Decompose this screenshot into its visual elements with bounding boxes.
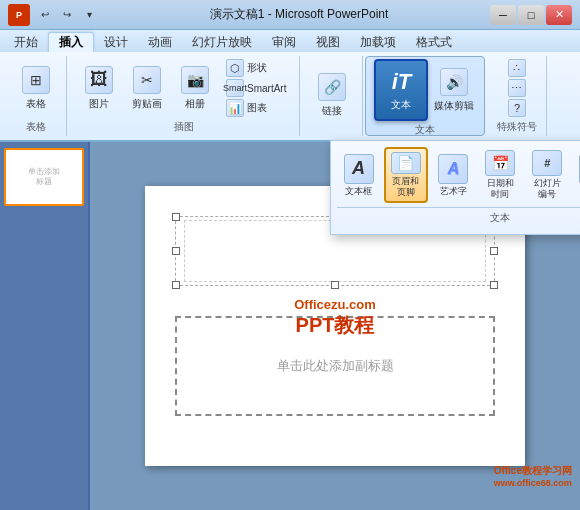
tab-home[interactable]: 开始	[4, 32, 48, 52]
chart-icon: 📊	[226, 99, 244, 117]
picture-icon: 🖼	[85, 66, 113, 94]
bottom-watermark: Office教程学习网 www.office68.com	[494, 464, 572, 488]
group-illustrations: 🖼 图片 ✂ 剪贴画 📷 相册 ⬡ 形状 Smart SmartArt	[69, 56, 300, 136]
symbols-btn-3[interactable]: ?	[503, 99, 531, 117]
bottom-watermark-text: Office教程学习网	[494, 464, 572, 478]
slide-number-icon: #	[532, 150, 562, 176]
text-icon: iT	[392, 69, 412, 95]
group-table-content: ⊞ 表格	[14, 58, 58, 118]
handle-bl	[172, 281, 180, 289]
handle-tl	[172, 213, 180, 221]
group-table-label: 表格	[26, 118, 46, 134]
group-text-content: iT 文本 🔊 媒体剪辑	[374, 59, 476, 121]
album-icon: 📷	[181, 66, 209, 94]
subtitle-placeholder[interactable]: 单击此处添加副标题	[175, 316, 495, 416]
bottom-watermark-url: www.office68.com	[494, 478, 572, 488]
ribbon-tab-bar: 开始 插入 设计 动画 幻灯片放映 审阅 视图 加载项 格式式	[0, 30, 580, 52]
text-dropdown-panel: A 文本框 📄 页眉和页脚 A 艺术字 📅 日期和时间 # 幻灯片编号 Ω 符号	[330, 140, 580, 235]
wordart-icon: A	[438, 154, 468, 184]
title-bar: P ↩ ↪ ▾ 演示文稿1 - Microsoft PowerPoint ─ □…	[0, 0, 580, 30]
undo-button[interactable]: ↩	[36, 6, 54, 24]
textbox-btn[interactable]: A 文本框	[337, 147, 380, 203]
smartart-button[interactable]: Smart SmartArt	[221, 79, 291, 97]
ellipsis-icon: ⋯	[508, 79, 526, 97]
slide-thumb-text: 单击添加标题	[28, 167, 60, 188]
window-title: 演示文稿1 - Microsoft PowerPoint	[108, 6, 490, 23]
header-footer-icon: 📄	[391, 152, 421, 174]
symbol-btn[interactable]: Ω 符号	[573, 147, 580, 203]
dropdown-row: A 文本框 📄 页眉和页脚 A 艺术字 📅 日期和时间 # 幻灯片编号 Ω 符号	[337, 147, 580, 203]
minimize-button[interactable]: ─	[490, 5, 516, 25]
wordart-btn[interactable]: A 艺术字	[432, 147, 475, 203]
slide-number-btn[interactable]: # 幻灯片编号	[526, 147, 569, 203]
symbols-btn-1[interactable]: ∴	[503, 59, 531, 77]
picture-button[interactable]: 🖼 图片	[77, 58, 121, 118]
tab-animation[interactable]: 动画	[138, 32, 182, 52]
table-button[interactable]: ⊞ 表格	[14, 58, 58, 118]
tab-review[interactable]: 审阅	[262, 32, 306, 52]
textbox-icon: A	[344, 154, 374, 184]
group-table: ⊞ 表格 表格	[6, 56, 67, 136]
album-button[interactable]: 📷 相册	[173, 58, 217, 118]
group-symbols-content: ∴ ⋯ ?	[503, 58, 531, 118]
clipart-button[interactable]: ✂ 剪贴画	[125, 58, 169, 118]
symbols-btn-2[interactable]: ⋯	[503, 79, 531, 97]
shapes-button[interactable]: ⬡ 形状	[221, 59, 291, 77]
table-icon: ⊞	[22, 66, 50, 94]
group-link-content: 🔗 链接	[310, 58, 354, 132]
handle-ml	[172, 247, 180, 255]
slide-panel[interactable]: 1 单击添加标题	[0, 142, 90, 510]
group-illustrations-label: 插图	[174, 118, 194, 134]
subtitle-placeholder-text: 单击此处添加副标题	[277, 357, 394, 375]
group-symbols: ∴ ⋯ ? 特殊符号	[487, 56, 547, 136]
smartart-icon: Smart	[226, 79, 244, 97]
group-text-label: 文本	[415, 121, 435, 137]
datetime-btn[interactable]: 📅 日期和时间	[479, 147, 522, 203]
media-clip-icon: 🔊	[440, 68, 468, 96]
slide-thumbnail-1[interactable]: 1 单击添加标题	[4, 148, 84, 206]
link-icon: 🔗	[318, 73, 346, 101]
chart-button[interactable]: 📊 图表	[221, 99, 291, 117]
tab-addins[interactable]: 加载项	[350, 32, 406, 52]
group-symbols-label: 特殊符号	[497, 118, 537, 134]
tab-design[interactable]: 设计	[94, 32, 138, 52]
group-link: 🔗 链接	[302, 56, 363, 136]
window-controls: ─ □ ✕	[490, 5, 572, 25]
handle-br	[490, 281, 498, 289]
dropdown-section-label: 文本	[337, 207, 580, 228]
question-icon: ?	[508, 99, 526, 117]
datetime-icon: 📅	[485, 150, 515, 176]
slide-thumb-content: 单击添加标题	[9, 153, 79, 201]
maximize-button[interactable]: □	[518, 5, 544, 25]
ribbon-panel: ⊞ 表格 表格 🖼 图片 ✂ 剪贴画 📷 相册 ⬡ 形状	[0, 52, 580, 142]
shapes-smartart-chart: ⬡ 形状 Smart SmartArt 📊 图表	[221, 59, 291, 117]
redo-button[interactable]: ↪	[58, 6, 76, 24]
app-icon: P	[8, 4, 30, 26]
group-illustrations-content: 🖼 图片 ✂ 剪贴画 📷 相册 ⬡ 形状 Smart SmartArt	[77, 58, 291, 118]
tab-view[interactable]: 视图	[306, 32, 350, 52]
quick-access-toolbar: ↩ ↪ ▾	[36, 6, 98, 24]
handle-bm	[331, 281, 339, 289]
header-footer-btn[interactable]: 📄 页眉和页脚	[384, 147, 428, 203]
quick-access-dropdown[interactable]: ▾	[80, 6, 98, 24]
tab-format[interactable]: 格式式	[406, 32, 462, 52]
tab-slideshow[interactable]: 幻灯片放映	[182, 32, 262, 52]
tab-insert[interactable]: 插入	[48, 32, 94, 52]
media-clip-button[interactable]: 🔊 媒体剪辑	[432, 60, 476, 120]
clipart-icon: ✂	[133, 66, 161, 94]
text-button[interactable]: iT 文本	[374, 59, 428, 121]
dots-icon: ∴	[508, 59, 526, 77]
close-button[interactable]: ✕	[546, 5, 572, 25]
shapes-icon: ⬡	[226, 59, 244, 77]
link-button[interactable]: 🔗 链接	[310, 65, 354, 125]
handle-mr	[490, 247, 498, 255]
group-text: iT 文本 🔊 媒体剪辑 文本	[365, 56, 485, 136]
